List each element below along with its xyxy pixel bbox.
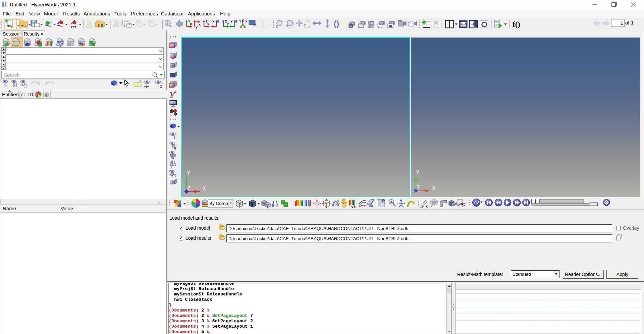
svg-text:Z: Z	[242, 18, 244, 22]
svg-text:Y: Y	[196, 26, 198, 29]
svg-text:X: X	[190, 22, 192, 26]
svg-text:Z: Z	[235, 20, 237, 23]
svg-text:X: X	[212, 20, 214, 23]
svg-text:f(): f()	[513, 20, 520, 29]
svg-text:(): ()	[334, 19, 339, 28]
svg-text:Y: Y	[227, 22, 229, 26]
svg-text:X: X	[432, 185, 436, 191]
svg-text:X: X	[203, 186, 206, 191]
svg-text:X: X	[245, 20, 247, 23]
svg-text:i: i	[21, 92, 22, 97]
svg-text:Y: Y	[186, 170, 190, 176]
svg-text:Y: Y	[230, 20, 232, 23]
svg-text:PPT: PPT	[71, 25, 76, 29]
svg-text:1: 1	[174, 136, 176, 140]
svg-text:Z: Z	[217, 20, 219, 23]
svg-text:i: i	[383, 200, 384, 203]
svg-text:Y: Y	[416, 169, 420, 175]
svg-text:X: X	[199, 23, 201, 26]
svg-text:X: X	[207, 22, 209, 26]
svg-text:Y: Y	[239, 20, 241, 23]
svg-text:√x: √x	[352, 205, 356, 209]
svg-text:By Comp: By Comp	[209, 201, 228, 206]
svg-text:x: x	[426, 204, 428, 208]
